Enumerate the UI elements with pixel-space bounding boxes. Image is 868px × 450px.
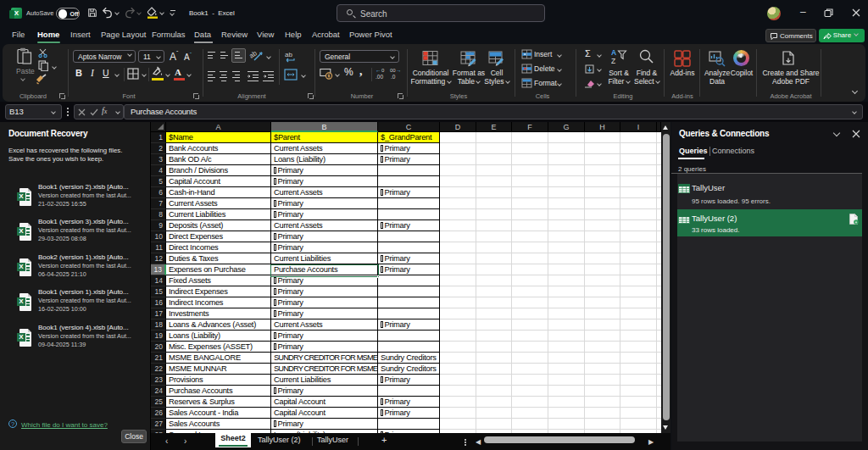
svg-text:A: A (611, 48, 616, 57)
svg-text:Z: Z (611, 57, 615, 64)
